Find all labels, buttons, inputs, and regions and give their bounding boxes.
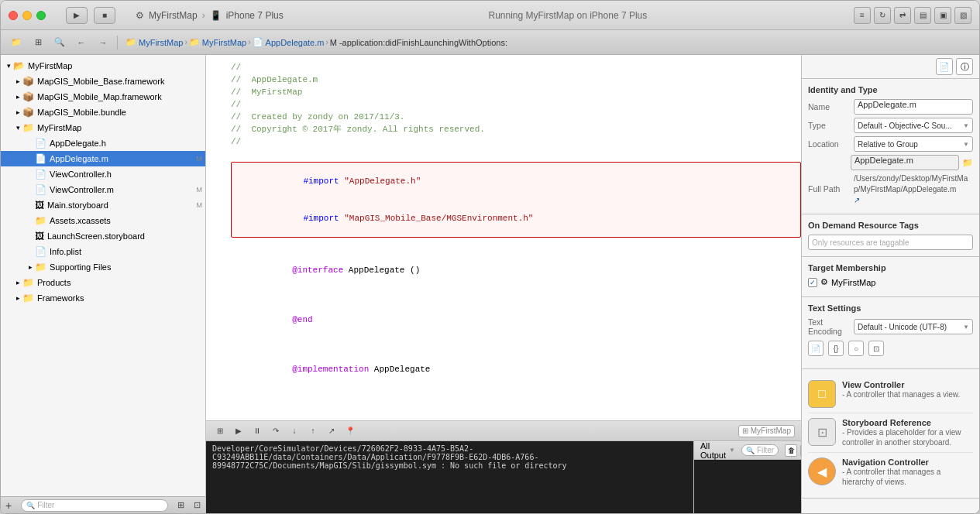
titlebar-right: ≡ ↻ ⇄ ▤ ▣ ▧ <box>854 7 971 24</box>
debug-step-over[interactable]: ↷ <box>268 424 284 438</box>
search-btn[interactable]: 🔍 <box>50 34 69 51</box>
toggle-products[interactable]: ▸ <box>13 279 22 286</box>
tree-viewctl-h[interactable]: 📄 ViewController.h <box>1 166 205 182</box>
all-output-selector[interactable]: All Output ▼ <box>700 441 735 460</box>
nav-icon-symbol: ◀ <box>817 464 827 479</box>
encoding-select[interactable]: Default - Unicode (UTF-8) ▼ <box>854 319 973 334</box>
type-select-value: Default - Objective-C Sou... <box>858 122 952 130</box>
file-tree: ▾ 📂 MyFirstMap ▸ 📦 MapGIS_Mobile_Base.fr… <box>1 55 205 496</box>
toggle-base-fw[interactable]: ▸ <box>13 77 22 85</box>
device-icon: 📱 <box>210 10 222 21</box>
debug-pause[interactable]: ⏸ <box>249 424 265 438</box>
list-view-btn[interactable]: ≡ <box>854 7 871 24</box>
fwd-btn[interactable]: → <box>94 34 112 51</box>
layout-icon[interactable]: ⊞ <box>177 500 184 510</box>
debug-output-left[interactable]: Developer/CoreSimulator/Devices/726062F2… <box>206 441 694 513</box>
code-editor[interactable]: // // AppDelegate.m // MyFirstMap // // … <box>206 55 801 420</box>
right-panel-btn[interactable]: ▧ <box>954 7 971 24</box>
debug-play[interactable]: ▶ <box>231 424 246 438</box>
folder-btn[interactable]: 📁 <box>7 34 26 51</box>
sidebar-filter[interactable]: 🔍 Filter <box>21 499 168 512</box>
debug-filter-input[interactable]: 🔍 Filter <box>741 444 779 456</box>
breadcrumb-file[interactable]: 📄 AppDelegate.m <box>253 37 325 47</box>
tree-infoplist[interactable]: 📄 Info.plist <box>1 244 205 259</box>
maximize-button[interactable] <box>36 11 46 20</box>
launch-icon: 🖼 <box>35 231 44 242</box>
tree-base-fw[interactable]: ▸ 📦 MapGIS_Mobile_Base.framework <box>1 74 205 89</box>
breadcrumb-method[interactable]: M -application:didFinishLaunchingWithOpt… <box>330 38 507 47</box>
code-line-7: // <box>206 135 801 148</box>
tree-appdel-h[interactable]: 📄 AppDelegate.h <box>1 135 205 151</box>
line-num-3 <box>206 86 231 98</box>
add-icon[interactable]: + <box>5 499 12 512</box>
folder-icon: 📁 <box>126 37 136 47</box>
line-num-4 <box>206 98 231 111</box>
breadcrumb-myfirstmap2[interactable]: 📁 MyFirstMap <box>189 37 246 47</box>
toggle-support[interactable]: ▸ <box>26 263 35 271</box>
breadcrumb-myfirstmap1[interactable]: 📁 MyFirstMap <box>126 37 183 47</box>
line-content-17 <box>231 388 801 400</box>
run-button[interactable]: ▶ <box>66 7 88 24</box>
minimize-button[interactable] <box>22 11 32 20</box>
target-checkbox[interactable] <box>808 278 817 287</box>
panel-info-icon[interactable]: ⓘ <box>956 58 973 75</box>
type-select[interactable]: Default - Objective-C Sou... ▼ <box>854 118 973 133</box>
location-select[interactable]: Relative to Group ▼ <box>854 136 973 152</box>
settings-icon[interactable]: ⊡ <box>194 500 201 510</box>
format-btn-1[interactable]: 📄 <box>808 341 824 356</box>
support-icon: 📁 <box>35 262 46 272</box>
refresh-btn[interactable]: ↻ <box>874 7 891 24</box>
tree-bundle[interactable]: ▸ 📦 MapGIS_Mobile.bundle <box>1 105 205 120</box>
fullpath-reveal-icon[interactable]: ↗ <box>854 196 860 204</box>
close-button[interactable] <box>9 11 18 20</box>
debug-output-right[interactable] <box>694 460 801 513</box>
toggle-root[interactable]: ▾ <box>4 62 13 70</box>
tree-mainstory[interactable]: 🖼 Main.storyboard M <box>1 197 205 213</box>
format-btn-2[interactable]: {} <box>828 341 844 356</box>
tree-root[interactable]: ▾ 📂 MyFirstMap <box>1 58 205 74</box>
right-panel-top-icons: 📄 ⓘ <box>802 55 979 79</box>
debug-toggle[interactable]: ⊞ <box>212 424 228 438</box>
tree-appdel-m[interactable]: 📄 AppDelegate.m M <box>1 151 205 166</box>
debug-clear-btn[interactable]: 🗑 <box>785 444 797 457</box>
tree-viewctl-m[interactable]: 📄 ViewController.m M <box>1 182 205 197</box>
back-btn[interactable]: ← <box>72 34 91 51</box>
debug-share[interactable]: ↗ <box>324 424 339 438</box>
tree-launch-label: LaunchScreen.storyboard <box>47 231 205 241</box>
tree-frameworks[interactable]: ▸ 📁 Frameworks <box>1 290 205 306</box>
name-input[interactable]: AppDelegate.m <box>854 99 973 115</box>
line-num-19 <box>206 413 231 420</box>
tree-launch[interactable]: 🖼 LaunchScreen.storyboard <box>1 228 205 244</box>
breadcrumb-sep1: › <box>184 38 187 46</box>
debug-step-out[interactable]: ↑ <box>305 424 321 438</box>
debug-project-label: ⊞ MyFirstMap <box>738 425 795 437</box>
folder-browse-icon[interactable]: 📁 <box>962 158 973 168</box>
bottom-panel-btn[interactable]: ▣ <box>934 7 951 24</box>
tags-placeholder[interactable]: Only resources are taggable <box>808 235 973 250</box>
tree-myfirstmap[interactable]: ▾ 📁 MyFirstMap <box>1 120 205 135</box>
debug-step-in[interactable]: ↓ <box>287 424 302 438</box>
vc-info: View Controller - A controller that mana… <box>842 380 973 399</box>
breadcrumb-method-name: -application:didFinishLaunchingWithOptio… <box>339 38 507 47</box>
line-content-12: @interface AppDelegate () <box>231 252 801 289</box>
line-content-6: // Copyright © 2017年 zondy. All rights r… <box>231 123 801 135</box>
format-btn-3[interactable]: ○ <box>848 341 864 356</box>
tree-assets[interactable]: 📁 Assets.xcassets <box>1 213 205 228</box>
toggle-map-fw[interactable]: ▸ <box>13 93 22 101</box>
debug-location[interactable]: 📍 <box>342 424 358 438</box>
toggle-frameworks[interactable]: ▸ <box>13 294 22 302</box>
stop-button[interactable]: ■ <box>94 7 115 24</box>
toggle-myfirstmap[interactable]: ▾ <box>13 124 22 132</box>
tree-map-fw[interactable]: ▸ 📦 MapGIS_Mobile_Map.framework <box>1 89 205 105</box>
left-panel-btn[interactable]: ▤ <box>914 7 931 24</box>
tree-support[interactable]: ▸ 📁 Supporting Files <box>1 259 205 275</box>
filter-btn[interactable]: ⊞ <box>29 34 47 51</box>
code-line-8 <box>206 148 801 160</box>
format-btn-4[interactable]: ⊡ <box>868 341 884 356</box>
back-forward-btn[interactable]: ⇄ <box>894 7 911 24</box>
panel-file-icon[interactable]: 📄 <box>936 58 953 75</box>
filter-placeholder: Filter <box>37 501 54 509</box>
debug-area: ⊞ ▶ ⏸ ↷ ↓ ↑ ↗ 📍 ⊞ MyFirstMap Developer/C… <box>206 420 801 513</box>
tree-products[interactable]: ▸ 📁 Products <box>1 275 205 290</box>
toggle-bundle[interactable]: ▸ <box>13 108 22 116</box>
